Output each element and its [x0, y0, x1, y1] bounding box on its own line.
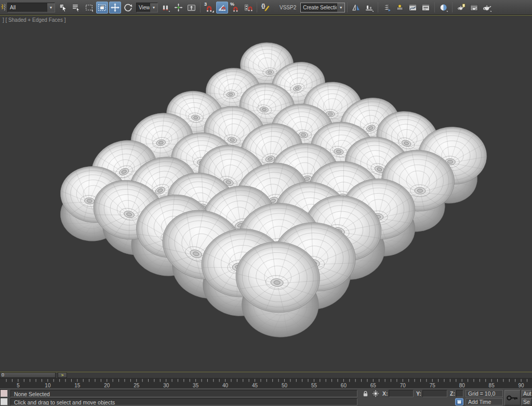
track-bar-ruler[interactable]: 51015202530354045505560657075808590	[0, 378, 532, 388]
3ds-max-window: All ▼ View ▼	[0, 0, 532, 406]
percent-label: %	[230, 2, 234, 7]
snaps-toggle-3d-button[interactable]: 3	[203, 2, 215, 13]
perspective-viewport[interactable]: ] [ Shaded + Edged Faces ]	[0, 15, 532, 372]
toolbar-separator	[347, 2, 348, 12]
svg-text:75: 75	[430, 383, 436, 388]
chevron-down-icon[interactable]: ▼	[47, 3, 55, 12]
render-production-button[interactable]	[481, 2, 493, 13]
svg-text:15: 15	[74, 383, 81, 388]
layer-manager-button[interactable]	[381, 2, 393, 13]
set-keys-button[interactable]	[504, 390, 521, 405]
maxscript-mini-listener-white[interactable]	[0, 398, 8, 405]
rectangular-selection-region-button[interactable]	[83, 2, 95, 13]
edit-named-selection-sets-button[interactable]: {}	[260, 2, 272, 13]
y-coordinate-label: Y:	[416, 390, 421, 397]
selection-status-line: None Selected	[10, 390, 357, 397]
material-editor-button[interactable]	[437, 2, 449, 13]
schematic-view-button[interactable]	[420, 2, 432, 13]
z-coordinate-field[interactable]	[456, 390, 463, 397]
add-time-tag-button[interactable]: Add Time Tag	[466, 398, 503, 405]
svg-text:25: 25	[134, 383, 140, 388]
spinner-snap-toggle[interactable]	[242, 2, 254, 13]
svg-text:35: 35	[193, 383, 199, 388]
viewport-canvas[interactable]	[0, 16, 532, 372]
braces-label: {}	[261, 3, 265, 9]
grid-setting-readout: Grid = 10,0	[466, 390, 503, 397]
svg-text:45: 45	[252, 383, 258, 388]
absolute-relative-coords-toggle[interactable]	[371, 390, 380, 397]
toolbar-separator	[452, 2, 453, 12]
z-coordinate-label: Z:	[450, 390, 455, 397]
toolbar-separator	[434, 2, 435, 12]
x-coordinate-label: X:	[382, 390, 388, 397]
window-crossing-toggle[interactable]	[96, 2, 108, 13]
bind-to-spacewarp-icon[interactable]	[0, 2, 7, 13]
toolbar-separator	[200, 2, 201, 12]
select-and-rotate-button[interactable]	[122, 2, 134, 13]
selection-filter-value: All	[8, 5, 47, 10]
select-and-move-button[interactable]	[109, 2, 121, 13]
time-tag-window-icon[interactable]	[455, 398, 463, 405]
chevron-down-icon[interactable]: ▼	[337, 3, 344, 12]
keyboard-shortcut-override-toggle[interactable]	[185, 2, 197, 13]
maxscript-mini-listener-pink[interactable]	[0, 389, 8, 397]
toolbar-separator	[378, 2, 378, 12]
svg-text:10: 10	[45, 383, 51, 388]
align-button[interactable]	[363, 2, 375, 13]
auto-key-button[interactable]: Aut	[522, 390, 532, 397]
time-slider-handle[interactable]: 0	[0, 372, 56, 378]
named-selection-sets-dropdown[interactable]: Create Selection Se ▼	[300, 3, 345, 12]
toolbar-separator	[257, 2, 257, 12]
percent-snap-toggle[interactable]: %	[229, 2, 241, 13]
reference-coordinate-dropdown[interactable]: View ▼	[136, 3, 158, 12]
mirror-button[interactable]	[350, 2, 362, 13]
track-bar[interactable]: 51015202530354045505560657075808590	[0, 378, 532, 388]
select-and-manipulate-button[interactable]	[172, 2, 184, 13]
selection-filter-dropdown[interactable]: All ▼	[7, 3, 55, 12]
svg-text:20: 20	[104, 383, 110, 388]
svg-text:50: 50	[282, 383, 288, 388]
set-key-button[interactable]: Se	[522, 398, 532, 405]
snap-3-label: 3	[204, 2, 207, 7]
next-frame-button[interactable]: >	[58, 372, 67, 378]
graphite-modeling-tools-button[interactable]	[394, 2, 406, 13]
reference-coordinate-value: View	[137, 5, 150, 10]
y-coordinate-field[interactable]	[422, 390, 447, 397]
svg-text:90: 90	[518, 383, 525, 388]
named-selection-set-label: VSSP2	[280, 5, 296, 10]
svg-text:85: 85	[489, 383, 495, 388]
render-setup-button[interactable]	[455, 2, 467, 13]
rendered-frame-window-button[interactable]	[468, 2, 480, 13]
select-object-button[interactable]	[57, 2, 69, 13]
select-by-name-button[interactable]	[70, 2, 82, 13]
named-selection-sets-value: Create Selection Se	[301, 5, 337, 10]
angle-snap-toggle[interactable]	[216, 2, 228, 13]
svg-text:80: 80	[459, 383, 466, 388]
chevron-down-icon[interactable]: ▼	[150, 3, 157, 12]
svg-text:30: 30	[163, 383, 169, 388]
curve-editor-button[interactable]	[407, 2, 419, 13]
svg-text:55: 55	[311, 383, 317, 388]
prompt-line: Click and drag to select and move object…	[10, 398, 357, 405]
x-coordinate-field[interactable]	[389, 390, 414, 397]
selection-lock-toggle[interactable]	[362, 390, 369, 397]
time-slider-track[interactable]: 0 >	[0, 372, 532, 378]
svg-text:5: 5	[17, 383, 20, 388]
svg-text:40: 40	[222, 383, 229, 388]
use-pivot-point-center-button[interactable]	[159, 2, 171, 13]
viewport-shading-label[interactable]: ] [ Shaded + Edged Faces ]	[3, 17, 65, 23]
main-toolbar: All ▼ View ▼	[0, 0, 532, 15]
svg-text:60: 60	[341, 383, 347, 388]
svg-text:65: 65	[370, 383, 377, 388]
status-bar: None Selected Click and drag to select a…	[0, 388, 532, 406]
svg-text:70: 70	[400, 383, 406, 388]
